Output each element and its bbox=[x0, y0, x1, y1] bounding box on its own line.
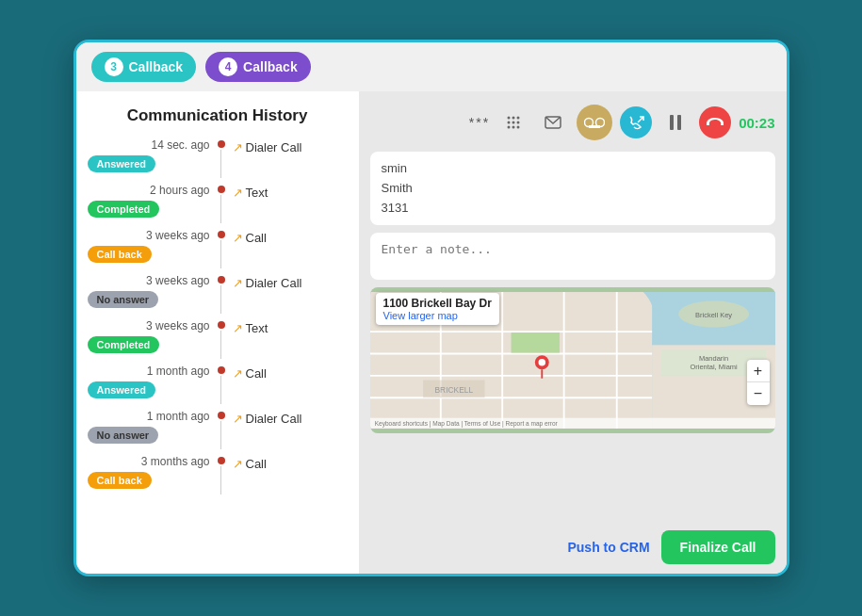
map-zoom-controls: + − bbox=[747, 360, 770, 405]
comm-time-1: 14 sec. ago bbox=[88, 138, 210, 152]
comm-badge-4: No answer bbox=[88, 291, 159, 308]
comm-arrow-3: ↗ bbox=[233, 231, 243, 245]
comm-item-left-5: 3 weeks ago Completed bbox=[88, 319, 210, 353]
phone-number-masked: *** bbox=[469, 115, 490, 130]
comm-line-7 bbox=[220, 421, 221, 449]
svg-point-2 bbox=[517, 117, 520, 120]
comm-line-2 bbox=[220, 195, 221, 223]
phone-controls-bar: *** bbox=[370, 101, 775, 144]
call-timer: 00:23 bbox=[739, 115, 774, 131]
comm-dot-4 bbox=[218, 276, 225, 284]
comm-item-left-1: 14 sec. ago Answered bbox=[88, 138, 210, 172]
communication-history-panel: Communication History 14 sec. ago Answer… bbox=[76, 91, 359, 574]
voicemail-button[interactable] bbox=[577, 105, 612, 140]
comm-desc-4: ↗Dialer Call bbox=[233, 274, 302, 290]
svg-rect-15 bbox=[677, 115, 681, 130]
comm-desc-1: ↗Dialer Call bbox=[233, 138, 302, 154]
comm-item-left-4: 3 weeks ago No answer bbox=[88, 274, 210, 308]
tab-callback-4[interactable]: 4 Callback bbox=[205, 52, 311, 82]
comm-arrow-4: ↗ bbox=[233, 276, 243, 290]
comm-arrow-5: ↗ bbox=[233, 321, 243, 335]
comm-dot-3 bbox=[218, 231, 225, 238]
comm-dotline-3 bbox=[218, 229, 225, 268]
comm-dotline-2 bbox=[218, 184, 225, 223]
svg-rect-27 bbox=[511, 332, 559, 353]
comm-item-left-3: 3 weeks ago Call back bbox=[88, 229, 210, 263]
dialpad-button[interactable] bbox=[497, 106, 529, 138]
main-content: Communication History 14 sec. ago Answer… bbox=[76, 91, 787, 574]
comm-desc-5: ↗Text bbox=[233, 319, 268, 335]
comm-badge-5: Completed bbox=[88, 336, 160, 353]
tab-4-number: 4 bbox=[219, 57, 237, 76]
comm-item-left-7: 1 month ago No answer bbox=[88, 410, 210, 444]
comm-arrow-7: ↗ bbox=[233, 412, 243, 426]
comm-dot-1 bbox=[218, 140, 225, 148]
comm-desc-8: ↗Call bbox=[233, 455, 267, 471]
list-item: 2 hours ago Completed ↗Text bbox=[88, 184, 348, 223]
push-to-crm-button[interactable]: Push to CRM bbox=[567, 540, 649, 555]
comm-dot-5 bbox=[218, 321, 225, 329]
svg-text:Brickell Key: Brickell Key bbox=[695, 312, 732, 320]
list-item: 1 month ago Answered ↗Call bbox=[88, 365, 348, 404]
comm-line-6 bbox=[220, 376, 221, 404]
contact-info-panel: smin Smith 3131 bbox=[370, 152, 775, 225]
contact-line-2: Smith bbox=[382, 181, 413, 195]
comm-item-left-8: 3 months ago Call back bbox=[88, 455, 210, 489]
svg-text:BRICKELL: BRICKELL bbox=[434, 385, 473, 395]
list-item: 14 sec. ago Answered ↗Dialer Call bbox=[88, 138, 348, 178]
right-panel: *** bbox=[359, 91, 787, 574]
comm-badge-7: No answer bbox=[88, 427, 159, 444]
svg-rect-14 bbox=[670, 115, 674, 130]
comm-desc-2: ↗Text bbox=[233, 184, 268, 200]
comm-desc-3: ↗Call bbox=[233, 229, 267, 245]
comm-time-8: 3 months ago bbox=[88, 455, 210, 468]
email-button[interactable] bbox=[537, 106, 569, 138]
list-item: 3 weeks ago Completed ↗Text bbox=[88, 319, 348, 359]
comm-time-4: 3 weeks ago bbox=[88, 274, 210, 287]
comm-dotline-5 bbox=[218, 319, 225, 359]
note-input[interactable] bbox=[370, 233, 775, 280]
tab-bar: 3 Callback 4 Callback bbox=[76, 42, 787, 91]
map-zoom-in-button[interactable]: + bbox=[747, 360, 770, 382]
list-item: 3 months ago Call back ↗Call bbox=[88, 455, 348, 494]
comm-badge-2: Completed bbox=[88, 201, 160, 218]
svg-line-13 bbox=[638, 117, 643, 122]
pause-button[interactable] bbox=[659, 106, 691, 138]
comm-dot-7 bbox=[218, 412, 225, 419]
comm-arrow-8: ↗ bbox=[233, 457, 243, 471]
comm-desc-6: ↗Call bbox=[233, 365, 267, 381]
tab-4-label: Callback bbox=[243, 59, 298, 74]
comm-line-5 bbox=[220, 331, 221, 359]
list-item: 3 weeks ago No answer ↗Dialer Call bbox=[88, 274, 348, 314]
svg-point-7 bbox=[512, 126, 515, 129]
map-container: BRICKELL Mandarin Oriental, Miami Bricke… bbox=[370, 287, 775, 433]
comm-badge-6: Answered bbox=[88, 381, 156, 398]
finalize-call-button[interactable]: Finalize Call bbox=[661, 530, 775, 564]
comm-badge-1: Answered bbox=[88, 155, 156, 172]
map-address-text: 1100 Brickell Bay Dr bbox=[383, 297, 492, 310]
comm-time-2: 2 hours ago bbox=[88, 184, 210, 197]
comm-dotline-7 bbox=[218, 410, 225, 449]
comm-time-7: 1 month ago bbox=[88, 410, 210, 423]
comm-badge-3: Call back bbox=[88, 246, 152, 263]
comm-badge-8: Call back bbox=[88, 472, 152, 489]
contact-line-3: 3131 bbox=[382, 201, 409, 215]
comm-history-title: Communication History bbox=[88, 106, 348, 125]
comm-arrow-1: ↗ bbox=[233, 140, 243, 154]
map-view-larger[interactable]: View larger map bbox=[383, 310, 492, 321]
comm-line-4 bbox=[220, 285, 221, 314]
comm-line-3 bbox=[220, 240, 221, 268]
hangup-button[interactable] bbox=[699, 106, 731, 138]
comm-desc-7: ↗Dialer Call bbox=[233, 410, 302, 426]
svg-point-6 bbox=[508, 126, 511, 129]
svg-text:Keyboard shortcuts | Map Data : Keyboard shortcuts | Map Data | Terms of… bbox=[374, 421, 558, 429]
comm-dotline-1 bbox=[218, 138, 225, 178]
transfer-call-button[interactable] bbox=[620, 106, 652, 138]
comm-line-8 bbox=[220, 466, 221, 494]
tab-callback-3[interactable]: 3 Callback bbox=[91, 52, 197, 82]
map-zoom-out-button[interactable]: − bbox=[747, 382, 770, 405]
comm-dotline-4 bbox=[218, 274, 225, 314]
tab-3-number: 3 bbox=[105, 57, 123, 76]
comm-item-left-6: 1 month ago Answered bbox=[88, 365, 210, 398]
tab-3-label: Callback bbox=[129, 59, 184, 74]
